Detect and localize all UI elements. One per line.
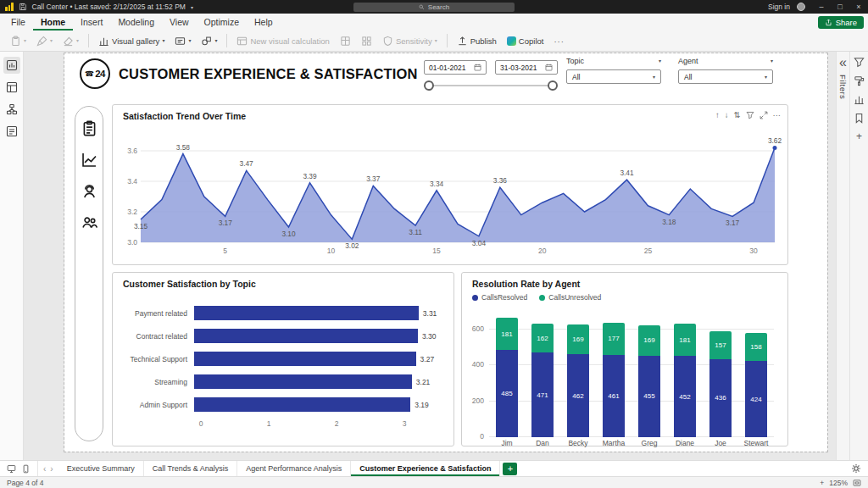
- slider-handle-start[interactable]: [424, 80, 434, 91]
- legend-item[interactable]: CallsResolved: [472, 293, 527, 302]
- agent-column[interactable]: 181485: [496, 318, 518, 437]
- menu-item-optimize[interactable]: Optimize: [197, 14, 247, 30]
- calls-resolved-segment[interactable]: 462: [567, 354, 589, 437]
- filters-pane-title[interactable]: Filters: [838, 75, 848, 99]
- menu-item-view[interactable]: View: [162, 14, 197, 30]
- focus-mode-icon[interactable]: [760, 111, 768, 119]
- legend-item[interactable]: CallsUnresolved: [539, 293, 601, 302]
- calls-unresolved-segment[interactable]: 162: [531, 324, 554, 352]
- expand-levels-icon[interactable]: ⇅: [734, 110, 741, 119]
- agent-column[interactable]: 169462: [567, 324, 589, 437]
- chevron-down-icon[interactable]: ▾: [771, 58, 773, 64]
- minimize-button[interactable]: –: [812, 0, 831, 14]
- share-button[interactable]: Share: [818, 16, 864, 29]
- maximize-button[interactable]: □: [831, 0, 849, 14]
- visualizations-pane-icon[interactable]: [854, 94, 865, 105]
- menu-item-file[interactable]: File: [3, 14, 33, 30]
- agent-visual-panel[interactable]: Resolution Rate by Agent CallsResolvedCa…: [461, 272, 788, 446]
- shapes-button[interactable]: ▾: [198, 34, 220, 48]
- dax-query-view-button[interactable]: [3, 123, 20, 140]
- menu-item-help[interactable]: Help: [247, 14, 281, 30]
- copilot-button[interactable]: Copilot: [504, 35, 548, 47]
- topic-visual-panel[interactable]: Customer Satisfaction by Topic Payment r…: [112, 272, 454, 446]
- prev-page-icon[interactable]: ‹: [43, 464, 46, 474]
- visual-gallery-button[interactable]: Visual gallery ▾: [95, 34, 168, 48]
- date-to-input[interactable]: 31-03-2021: [495, 60, 558, 75]
- survey-icon[interactable]: [81, 120, 97, 136]
- calls-resolved-segment[interactable]: 471: [531, 352, 554, 437]
- calls-resolved-segment[interactable]: 436: [709, 359, 732, 437]
- agent-column[interactable]: 181452: [674, 324, 696, 437]
- calls-resolved-segment[interactable]: 461: [603, 355, 625, 437]
- drill-down-icon[interactable]: ↓: [725, 110, 729, 119]
- menu-item-insert[interactable]: Insert: [73, 14, 110, 30]
- report-view-button[interactable]: [3, 57, 20, 74]
- date-range-slider[interactable]: [424, 80, 558, 91]
- fit-to-page-icon[interactable]: [853, 479, 861, 487]
- tab-executive-summary[interactable]: Executive Summary: [58, 461, 144, 476]
- more-options-icon[interactable]: ···: [773, 110, 782, 119]
- text-box-button[interactable]: ▾: [171, 34, 194, 48]
- avatar[interactable]: [797, 3, 805, 11]
- calls-unresolved-segment[interactable]: 181: [674, 324, 696, 356]
- topic-bar[interactable]: [194, 397, 410, 412]
- calls-resolved-segment[interactable]: 452: [674, 356, 696, 437]
- more-commands-button[interactable]: ···: [550, 36, 568, 46]
- zoom-in-icon[interactable]: +: [820, 479, 824, 487]
- calls-unresolved-segment[interactable]: 181: [496, 318, 518, 350]
- topic-dropdown[interactable]: All ▾: [566, 69, 661, 84]
- calls-unresolved-segment[interactable]: 177: [603, 323, 625, 354]
- menu-item-home[interactable]: Home: [33, 14, 73, 30]
- agent-column[interactable]: 157436: [709, 331, 732, 437]
- chevron-down-icon[interactable]: ▾: [659, 58, 661, 64]
- mobile-view-icon[interactable]: [21, 464, 31, 474]
- document-title[interactable]: Call Center • Last saved: 2/12/2025 at 1…: [32, 3, 186, 11]
- agent-column[interactable]: 177461: [603, 323, 625, 437]
- support-agent-icon[interactable]: [81, 183, 97, 199]
- table-view-button[interactable]: [3, 79, 20, 96]
- expand-filters-icon[interactable]: «: [839, 55, 847, 70]
- trend-chart-svg[interactable]: 3.03.23.43.6510152025303.153.583.173.473…: [119, 127, 783, 256]
- calls-unresolved-segment[interactable]: 157: [709, 331, 732, 359]
- calls-resolved-segment[interactable]: 485: [496, 350, 518, 437]
- sign-in-button[interactable]: Sign in: [768, 3, 790, 11]
- filter-pane-icon[interactable]: [854, 57, 865, 68]
- topic-bar[interactable]: [194, 352, 416, 366]
- report-page[interactable]: ☎ 24 CUSTOMER EXPERIENCE & SATISFACTION …: [64, 53, 827, 452]
- calls-resolved-segment[interactable]: 424: [745, 361, 767, 437]
- calls-unresolved-segment[interactable]: 158: [745, 333, 767, 361]
- agent-column[interactable]: 158424: [745, 333, 767, 437]
- topic-bar[interactable]: [194, 329, 418, 343]
- tab-call-trends-analysis[interactable]: Call Trends & Analysis: [144, 461, 238, 476]
- new-page-button[interactable]: +: [503, 463, 517, 475]
- close-button[interactable]: ×: [849, 0, 868, 14]
- model-view-button[interactable]: [3, 101, 20, 118]
- filter-icon[interactable]: [746, 111, 754, 119]
- drill-up-icon[interactable]: ↑: [715, 110, 720, 119]
- customers-icon[interactable]: [81, 214, 97, 230]
- calls-unresolved-segment[interactable]: 169: [638, 325, 660, 356]
- bookmarks-pane-icon[interactable]: [854, 113, 865, 124]
- slider-handle-end[interactable]: [548, 80, 558, 91]
- agent-column[interactable]: 162471: [531, 324, 554, 437]
- next-page-icon[interactable]: ›: [50, 464, 53, 474]
- search-box[interactable]: Search: [353, 3, 515, 12]
- calls-resolved-segment[interactable]: 455: [638, 356, 660, 437]
- publish-button[interactable]: Publish: [453, 34, 500, 48]
- desktop-view-icon[interactable]: [7, 464, 16, 474]
- agent-dropdown[interactable]: All ▾: [678, 69, 773, 84]
- tab-customer-experience-satisfaction[interactable]: Customer Experience & Satisfaction: [351, 461, 500, 476]
- trend-visual-panel[interactable]: Satisfaction Trend Over Time ↑ ↓ ⇅ ··· 3…: [112, 104, 788, 265]
- trend-chart-nav-icon[interactable]: [81, 152, 97, 168]
- format-pane-icon[interactable]: [854, 75, 865, 86]
- save-icon[interactable]: [19, 3, 27, 11]
- agent-column[interactable]: 169455: [638, 325, 660, 437]
- menu-item-modeling[interactable]: Modeling: [110, 14, 162, 30]
- zoom-level[interactable]: 125%: [829, 479, 848, 487]
- gear-icon[interactable]: [851, 463, 861, 474]
- topic-bar[interactable]: [194, 306, 419, 320]
- tab-agent-performance-analysis[interactable]: Agent Performance Analysis: [237, 461, 351, 476]
- date-from-input[interactable]: 01-01-2021: [424, 60, 487, 75]
- chevron-down-icon[interactable]: ▾: [191, 4, 193, 10]
- calls-unresolved-segment[interactable]: 169: [567, 324, 589, 355]
